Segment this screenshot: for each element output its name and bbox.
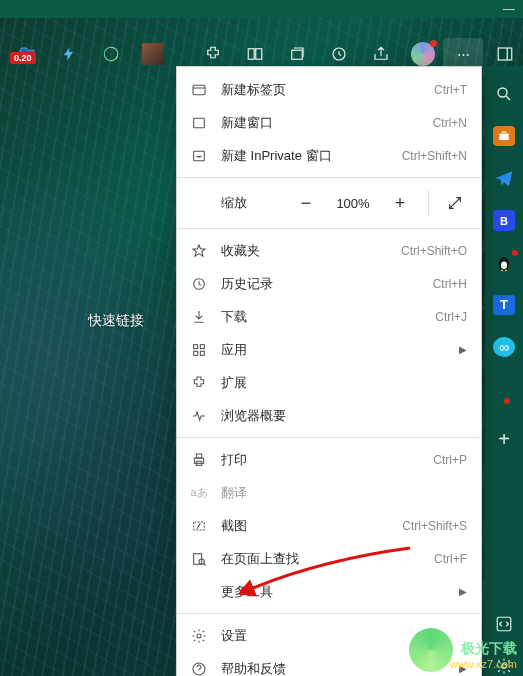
menu-favorites[interactable]: 收藏夹 Ctrl+Shift+O: [177, 234, 481, 267]
menu-new-window[interactable]: 新建窗口 Ctrl+N: [177, 106, 481, 139]
browser-toolbar: — ⋯ 0.20: [0, 0, 523, 66]
telegram-icon[interactable]: [493, 168, 515, 188]
zoom-out-button[interactable]: −: [290, 189, 322, 217]
extensions-toolbar-icon[interactable]: [192, 40, 234, 68]
lightning-icon[interactable]: [48, 40, 90, 68]
zoom-value: 100%: [330, 196, 376, 211]
svg-rect-23: [196, 454, 201, 458]
svg-rect-11: [505, 269, 507, 271]
profile-avatar[interactable]: [402, 40, 444, 68]
right-sidebar: B T ∞ +: [485, 66, 523, 676]
svg-rect-19: [200, 344, 204, 348]
briefcase-icon[interactable]: [493, 126, 515, 146]
fullscreen-icon[interactable]: [441, 195, 469, 211]
new-window-icon: [189, 115, 209, 131]
zoom-label: 缩放: [221, 194, 282, 212]
svg-rect-5: [498, 48, 512, 60]
quick-links-label: 快速链接: [88, 312, 144, 330]
translate-icon: aあ: [189, 485, 209, 500]
find-icon: [189, 551, 209, 567]
spiral-icon[interactable]: [90, 40, 132, 68]
svg-rect-10: [501, 269, 503, 271]
menu-shortcut: Ctrl+T: [434, 83, 467, 97]
download-icon: [189, 309, 209, 325]
menu-apps[interactable]: 应用 ▶: [177, 333, 481, 366]
svg-point-28: [197, 634, 201, 638]
menu-print[interactable]: 打印 Ctrl+P: [177, 443, 481, 476]
penguin-icon[interactable]: [493, 253, 515, 273]
help-icon: [189, 661, 209, 677]
menu-label: 新建标签页: [221, 81, 422, 99]
menu-zoom-row: 缩放 − 100% +: [177, 183, 481, 223]
window-minimize-button[interactable]: —: [503, 2, 515, 16]
t-icon[interactable]: T: [493, 295, 515, 315]
puzzle-icon: [189, 375, 209, 391]
apps-icon: [189, 342, 209, 358]
add-icon[interactable]: +: [493, 429, 515, 451]
chevron-right-icon: ▶: [459, 344, 467, 355]
inprivate-icon: [189, 148, 209, 164]
menu-find[interactable]: 在页面上查找 Ctrl+F: [177, 542, 481, 575]
svg-rect-22: [194, 458, 203, 463]
svg-rect-7: [499, 134, 508, 140]
menu-new-inprivate[interactable]: 新建 InPrivate 窗口 Ctrl+Shift+N: [177, 139, 481, 172]
star-icon: [189, 243, 209, 259]
svg-rect-16: [194, 151, 205, 160]
chevron-right-icon: ▶: [459, 586, 467, 597]
toolbar-icon-row: [0, 40, 487, 68]
settings-menu: 新建标签页 Ctrl+T 新建窗口 Ctrl+N 新建 InPrivate 窗口…: [176, 66, 482, 676]
svg-rect-21: [200, 351, 204, 355]
menu-more-tools[interactable]: 更多工具 ▶: [177, 575, 481, 608]
search-icon[interactable]: [493, 84, 515, 104]
settings-gear-icon: [189, 628, 209, 644]
svg-point-9: [501, 261, 507, 269]
baidu-icon[interactable]: B: [493, 210, 515, 230]
watermark: 极光下载 www.xz7.com: [450, 640, 517, 670]
split-screen-icon[interactable]: [234, 40, 276, 68]
svg-rect-14: [193, 85, 205, 94]
print-icon: [189, 452, 209, 468]
sidebar-dot: [501, 401, 507, 407]
zoom-in-button[interactable]: +: [384, 189, 416, 217]
svg-rect-1: [248, 49, 254, 60]
history-toolbar-icon[interactable]: [318, 40, 360, 68]
menu-browser-overview[interactable]: 浏览器概要: [177, 399, 481, 432]
menu-new-tab[interactable]: 新建标签页 Ctrl+T: [177, 73, 481, 106]
svg-rect-3: [292, 50, 303, 59]
menu-extensions[interactable]: 扩展: [177, 366, 481, 399]
avatar-thumbnail[interactable]: [132, 40, 174, 68]
menu-history[interactable]: 历史记录 Ctrl+H: [177, 267, 481, 300]
svg-rect-2: [256, 49, 262, 60]
sidebar-toggle-icon[interactable]: [493, 42, 517, 66]
menu-translate: aあ 翻译: [177, 476, 481, 509]
new-tab-icon: [189, 82, 209, 98]
menu-downloads[interactable]: 下载 Ctrl+J: [177, 300, 481, 333]
badge-label: 0.20: [10, 52, 36, 64]
collections-icon[interactable]: [276, 40, 318, 68]
watermark-logo: [409, 628, 453, 672]
svg-rect-20: [194, 351, 198, 355]
code-icon[interactable]: [493, 614, 515, 634]
svg-rect-18: [194, 344, 198, 348]
share-icon[interactable]: [360, 40, 402, 68]
svg-rect-15: [194, 118, 205, 127]
history-icon: [189, 276, 209, 292]
svg-point-6: [498, 88, 507, 97]
pulse-icon: [189, 408, 209, 424]
menu-screenshot[interactable]: 截图 Ctrl+Shift+S: [177, 509, 481, 542]
menu-separator: [177, 177, 481, 178]
cloud-icon[interactable]: ∞: [493, 337, 515, 357]
screenshot-icon: [189, 518, 209, 534]
